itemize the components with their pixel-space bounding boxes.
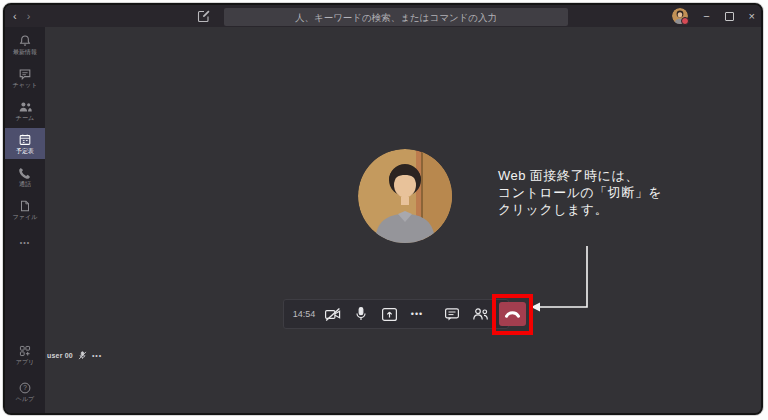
hang-up-button[interactable]: [499, 302, 526, 326]
titlebar-right: − ×: [672, 5, 755, 27]
sidebar-item-files[interactable]: ファイル: [5, 194, 45, 225]
chat-toggle-button[interactable]: [438, 300, 466, 328]
sidebar-item-activity[interactable]: 最新情報: [5, 29, 45, 60]
title-bar: ‹ › − ×: [5, 5, 761, 27]
more-options-button[interactable]: •••: [403, 300, 431, 328]
sidebar-item-label: 予定表: [16, 148, 34, 154]
user-avatar[interactable]: [672, 8, 688, 24]
minimize-button[interactable]: −: [703, 11, 709, 22]
bell-icon: [18, 34, 32, 48]
back-icon[interactable]: ‹: [13, 11, 17, 22]
more-icon: •••: [20, 239, 30, 246]
sidebar-item-calls[interactable]: 通話: [5, 161, 45, 192]
new-chat-icon[interactable]: [197, 9, 211, 23]
teams-window: ‹ › − ×: [3, 3, 763, 415]
more-icon: •••: [411, 309, 423, 319]
sidebar-item-more[interactable]: •••: [5, 227, 45, 258]
sidebar-item-label: アプリ: [16, 359, 34, 365]
search-input[interactable]: [224, 8, 568, 26]
annotation-line: Web 面接終了時には、: [498, 167, 718, 184]
teams-icon: [18, 100, 33, 114]
annotation-line: クリックします。: [498, 201, 718, 218]
participant-name: user 00: [47, 352, 73, 359]
annotation-arrow: [527, 242, 597, 320]
sidebar-item-label: ヘルプ: [16, 396, 34, 402]
file-icon: [18, 199, 32, 213]
status-busy-dot: [681, 17, 689, 25]
chat-icon: [18, 67, 32, 81]
sidebar-item-apps[interactable]: アプリ: [5, 339, 45, 370]
sidebar-item-teams[interactable]: チーム: [5, 95, 45, 126]
participant-more-icon: •••: [92, 352, 102, 359]
maximize-icon: [725, 12, 734, 21]
nav-arrows: ‹ ›: [13, 5, 30, 27]
sidebar-item-label: チャット: [13, 82, 38, 88]
participant-avatar: [358, 149, 452, 243]
annotation-line: コントロールの「切断」を: [498, 184, 718, 201]
forward-icon[interactable]: ›: [27, 11, 31, 22]
camera-off-button[interactable]: [319, 300, 347, 328]
svg-text:?: ?: [23, 384, 27, 391]
phone-icon: [18, 166, 32, 180]
calendar-icon: [18, 133, 32, 147]
apps-icon: [18, 344, 32, 358]
participants-button[interactable]: [466, 300, 494, 328]
maximize-button[interactable]: [725, 12, 734, 21]
annotation-callout: Web 面接終了時には、 コントロールの「切断」を クリックします。: [498, 167, 718, 218]
sidebar-item-calendar[interactable]: 予定表: [5, 128, 45, 159]
call-timer: 14:54: [289, 309, 319, 319]
sidebar-item-label: 最新情報: [13, 49, 37, 55]
meeting-stage: Web 面接終了時には、 コントロールの「切断」を クリックします。 14:54: [45, 27, 761, 413]
app-body: 最新情報 チャット チーム 予定表 通話 ファイル: [5, 27, 761, 413]
rail-bottom: アプリ ? ヘルプ: [5, 339, 45, 407]
microphone-button[interactable]: [347, 300, 375, 328]
app-rail: 最新情報 チャット チーム 予定表 通話 ファイル: [5, 27, 45, 413]
meeting-control-bar: 14:54 •••: [283, 299, 509, 329]
sidebar-item-help[interactable]: ? ヘルプ: [5, 376, 45, 407]
share-screen-button[interactable]: [375, 300, 403, 328]
sidebar-item-label: チーム: [16, 115, 34, 121]
sidebar-item-label: ファイル: [13, 214, 38, 220]
sidebar-item-chat[interactable]: チャット: [5, 62, 45, 93]
sidebar-item-label: 通話: [19, 181, 31, 187]
self-participant-strip[interactable]: user 00 •••: [47, 351, 102, 360]
help-icon: ?: [18, 381, 32, 395]
hang-up-icon: [504, 309, 521, 319]
mic-muted-icon: [78, 351, 87, 360]
close-button[interactable]: ×: [749, 11, 755, 22]
